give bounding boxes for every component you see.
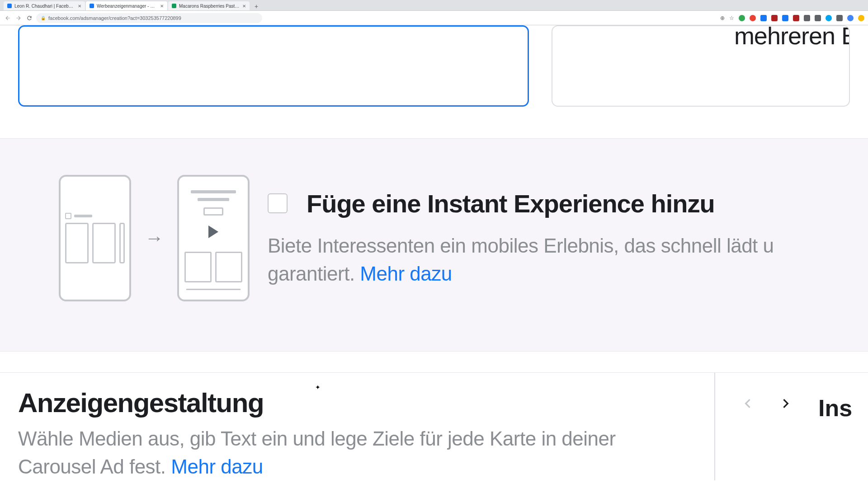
- forward-button[interactable]: [14, 14, 23, 22]
- carousel-next-button[interactable]: [777, 394, 795, 413]
- avatar-icon[interactable]: [847, 15, 854, 21]
- arrow-right-icon: →: [145, 227, 164, 249]
- close-icon[interactable]: ✕: [242, 4, 246, 9]
- address-bar: 🔒 facebook.com/adsmanager/creation?act=3…: [0, 11, 868, 25]
- phone-mockup-feed: [59, 175, 131, 301]
- ad-design-description: Wähle Medien aus, gib Text ein und lege …: [18, 425, 696, 480]
- extension-icons: ⊕ ☆: [720, 15, 864, 21]
- chevron-right-icon: [777, 394, 795, 413]
- favicon-icon: [90, 4, 94, 8]
- ad-design-section: Anzeigengestaltung Wähle Medien aus, gib…: [0, 372, 868, 480]
- extension-icon[interactable]: [782, 15, 788, 21]
- extension-icon[interactable]: [858, 15, 864, 21]
- preview-label-partial: Ins: [818, 373, 868, 480]
- learn-more-link[interactable]: Mehr dazu: [360, 263, 452, 285]
- ad-design-title: Anzeigengestaltung: [18, 387, 696, 418]
- extension-icon[interactable]: [793, 15, 799, 21]
- instant-experience-title: Füge eine Instant Experience hinzu: [307, 189, 715, 218]
- play-icon: [208, 225, 218, 238]
- arrow-right-icon: [15, 15, 22, 21]
- instant-experience-illustration: →: [59, 175, 250, 301]
- back-button[interactable]: [4, 14, 12, 22]
- new-tab-button[interactable]: +: [252, 2, 260, 10]
- favicon-icon: [172, 4, 176, 8]
- extension-icon[interactable]: [804, 15, 810, 21]
- tab-title: Macarons Raspberries Pastries: [179, 4, 240, 9]
- browser-tab-strip: Leon R. Chaudhari | Facebook ✕ Werbeanze…: [0, 0, 868, 11]
- extension-icon[interactable]: [760, 15, 767, 21]
- reload-icon: [26, 15, 33, 21]
- instant-experience-text: Füge eine Instant Experience hinzu Biete…: [268, 189, 868, 287]
- carousel-prev-button[interactable]: [739, 394, 757, 413]
- tab-ads-manager[interactable]: Werbeanzeigenmanager - Cre ✕: [86, 1, 167, 10]
- format-selection-row: mehreren Bil: [0, 25, 868, 107]
- star-icon[interactable]: ☆: [729, 15, 734, 21]
- extension-icon[interactable]: [826, 15, 832, 21]
- arrow-left-icon: [5, 15, 11, 21]
- extension-icon[interactable]: [836, 15, 843, 21]
- phone-mockup-experience: [177, 175, 250, 301]
- tab-title: Werbeanzeigenmanager - Cre: [97, 4, 157, 9]
- format-card-selected[interactable]: [18, 25, 529, 107]
- reload-button[interactable]: [25, 14, 33, 22]
- ad-design-main: Anzeigengestaltung Wähle Medien aus, gib…: [0, 373, 714, 480]
- page-content: mehreren Bil →: [0, 25, 868, 488]
- format-card-other[interactable]: mehreren Bil: [552, 25, 850, 107]
- tab-facebook-profile[interactable]: Leon R. Chaudhari | Facebook ✕: [4, 1, 85, 10]
- extension-icon[interactable]: [771, 15, 778, 21]
- tab-title: Leon R. Chaudhari | Facebook: [14, 4, 75, 9]
- url-text: facebook.com/adsmanager/creation?act=303…: [48, 15, 181, 21]
- lock-icon: 🔒: [41, 16, 46, 20]
- favicon-icon: [7, 4, 12, 8]
- carousel-nav: [714, 373, 818, 480]
- tab-macarons[interactable]: Macarons Raspberries Pastries ✕: [168, 1, 250, 10]
- close-icon[interactable]: ✕: [160, 4, 164, 9]
- instant-experience-description-2: garantiert. Mehr dazu: [268, 260, 868, 288]
- instant-experience-description: Biete Interessenten ein mobiles Erlebnis…: [268, 232, 868, 260]
- url-input[interactable]: 🔒 facebook.com/adsmanager/creation?act=3…: [36, 13, 262, 23]
- cursor-icon: ✦: [315, 384, 321, 391]
- instant-experience-section: → Füge eine Instant Experience hinzu Bie…: [0, 138, 868, 352]
- extension-icon[interactable]: [815, 15, 821, 21]
- instant-experience-checkbox[interactable]: [268, 193, 288, 213]
- close-icon[interactable]: ✕: [78, 4, 81, 9]
- chevron-left-icon: [739, 394, 757, 413]
- format-card-partial-text: mehreren Bil: [734, 25, 850, 50]
- zoom-icon[interactable]: ⊕: [720, 15, 725, 21]
- extension-icon[interactable]: [739, 15, 745, 21]
- extension-icon[interactable]: [750, 15, 756, 21]
- learn-more-link[interactable]: Mehr dazu: [171, 455, 263, 478]
